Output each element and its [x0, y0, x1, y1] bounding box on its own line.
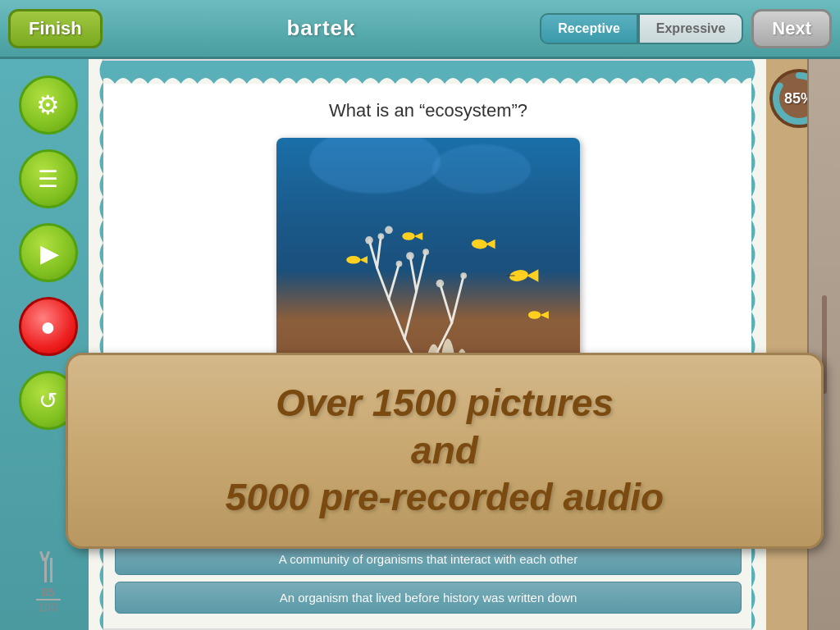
svg-marker-38 [527, 269, 538, 281]
svg-line-17 [377, 236, 381, 267]
svg-point-22 [406, 252, 414, 260]
list-icon: ☰ [38, 166, 58, 193]
score-total: 100 [39, 600, 57, 614]
svg-point-18 [365, 236, 373, 244]
svg-point-25 [460, 272, 467, 279]
record-button[interactable]: ● [19, 297, 78, 356]
svg-rect-2 [98, 61, 758, 84]
promo-banner: Over 1500 pictures and 5000 pre-recorded… [66, 353, 824, 549]
svg-line-14 [410, 256, 417, 291]
svg-line-16 [369, 240, 377, 268]
svg-point-24 [436, 280, 445, 288]
settings-icon: ⚙ [36, 89, 60, 121]
top-bar: Finish bartek Receptive Expressive Next [0, 0, 840, 59]
svg-line-12 [377, 267, 389, 299]
promo-text: Over 1500 pictures and 5000 pre-recorded… [93, 380, 797, 522]
username-display: bartek [103, 16, 540, 41]
receptive-mode-button[interactable]: Receptive [540, 13, 638, 44]
play-button[interactable]: ▶ [19, 223, 78, 282]
next-button[interactable]: Next [751, 9, 832, 48]
content-top-strip [98, 61, 758, 84]
svg-line-9 [404, 291, 416, 339]
score-current: 85 [42, 586, 55, 599]
replay-icon: ↺ [39, 387, 57, 414]
svg-point-4 [432, 144, 531, 194]
settings-button[interactable]: ⚙ [19, 75, 78, 135]
svg-line-13 [389, 264, 399, 299]
list-button[interactable]: ☰ [19, 149, 78, 208]
svg-point-40 [471, 239, 487, 249]
mode-toggle: Receptive Expressive [540, 13, 743, 44]
record-icon: ● [40, 312, 56, 342]
svg-marker-43 [540, 311, 549, 319]
finish-button[interactable]: Finish [8, 9, 103, 48]
svg-line-10 [452, 276, 463, 323]
answer-option-4[interactable]: An organism that lived before history wa… [115, 582, 742, 614]
svg-point-46 [402, 232, 414, 240]
svg-point-19 [378, 233, 385, 240]
svg-line-11 [440, 284, 451, 323]
outer-frame: Finish bartek Receptive Expressive Next … [0, 0, 840, 630]
svg-point-21 [396, 261, 403, 267]
svg-point-3 [309, 138, 441, 194]
svg-point-20 [385, 226, 393, 235]
svg-line-15 [417, 252, 427, 291]
svg-point-44 [346, 256, 360, 264]
svg-marker-41 [486, 240, 495, 249]
play-icon: ▶ [40, 239, 59, 267]
svg-marker-45 [359, 256, 368, 264]
question-text: What is an “ecosystem”? [123, 100, 733, 121]
svg-marker-47 [414, 232, 423, 240]
svg-line-8 [389, 299, 404, 339]
svg-point-23 [422, 249, 429, 255]
svg-point-42 [528, 311, 541, 319]
expressive-mode-button[interactable]: Expressive [638, 13, 744, 44]
